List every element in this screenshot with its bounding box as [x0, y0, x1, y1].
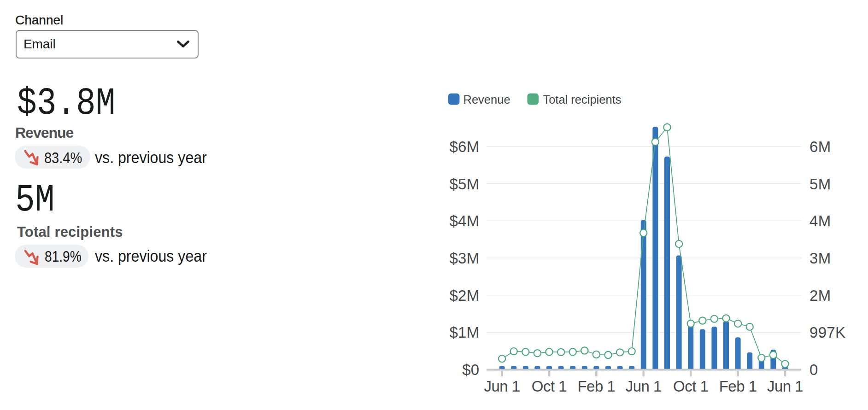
svg-text:$4M: $4M: [449, 212, 479, 229]
svg-text:Feb 1: Feb 1: [577, 378, 615, 395]
svg-text:$0: $0: [462, 361, 479, 378]
svg-text:Jun 1: Jun 1: [626, 378, 662, 395]
svg-text:Jun 1: Jun 1: [767, 378, 803, 395]
svg-text:$2M: $2M: [449, 287, 479, 304]
svg-text:$3M: $3M: [449, 250, 479, 267]
svg-text:$1M: $1M: [449, 324, 479, 341]
svg-text:Revenue: Revenue: [463, 93, 510, 106]
svg-text:2M: 2M: [809, 287, 831, 304]
svg-text:5M: 5M: [809, 176, 831, 193]
svg-text:Total recipients: Total recipients: [543, 93, 621, 106]
svg-text:Oct 1: Oct 1: [673, 378, 708, 395]
svg-text:$6M: $6M: [449, 138, 479, 155]
svg-text:0: 0: [809, 361, 818, 378]
svg-text:4M: 4M: [809, 212, 831, 229]
svg-text:997K: 997K: [809, 324, 845, 341]
svg-text:$5M: $5M: [449, 176, 479, 193]
svg-text:Jun 1: Jun 1: [484, 378, 520, 395]
svg-text:6M: 6M: [809, 138, 831, 155]
svg-text:3M: 3M: [809, 250, 831, 267]
svg-text:Feb 1: Feb 1: [719, 378, 757, 395]
svg-text:Oct 1: Oct 1: [532, 378, 567, 395]
